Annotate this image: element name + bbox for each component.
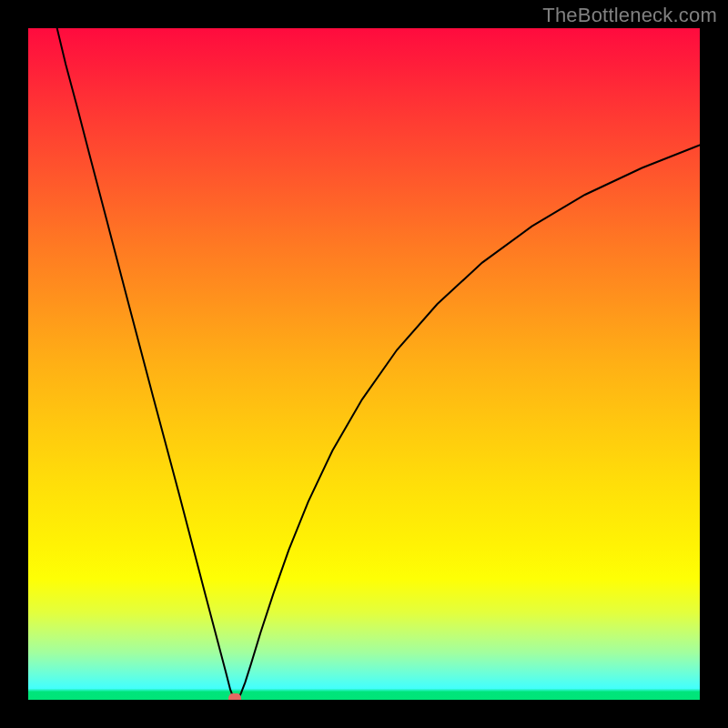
curve-right bbox=[239, 145, 700, 697]
curve-layer bbox=[28, 28, 700, 700]
plot-area bbox=[28, 28, 700, 700]
chart-frame: TheBottleneck.com bbox=[0, 0, 728, 728]
watermark-text: TheBottleneck.com bbox=[542, 4, 717, 27]
minimum-marker bbox=[228, 693, 241, 700]
curve-left bbox=[57, 28, 234, 697]
